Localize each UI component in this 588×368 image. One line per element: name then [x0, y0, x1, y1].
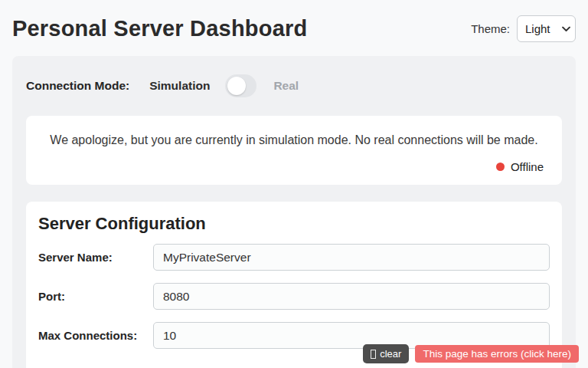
- simulation-notice-text: We apologize, but you are currently in s…: [44, 133, 544, 147]
- server-configuration-card: Server Configuration Server Name: Port: …: [26, 202, 562, 368]
- port-row: Port:: [38, 283, 550, 310]
- clear-icon: [371, 350, 376, 359]
- clear-button-label: clear: [380, 348, 401, 360]
- theme-select-wrap: Light: [517, 15, 576, 42]
- mode-simulation-label: Simulation: [149, 79, 210, 93]
- server-name-row: Server Name:: [38, 244, 550, 271]
- page-header: Personal Server Dashboard Theme: Light: [0, 0, 588, 56]
- page-title: Personal Server Dashboard: [12, 16, 307, 41]
- connection-mode-toggle[interactable]: [225, 74, 256, 97]
- debug-overlay: clear This page has errors (click here): [363, 344, 579, 363]
- offline-status-dot-icon: [496, 163, 505, 171]
- server-configuration-title: Server Configuration: [38, 214, 550, 234]
- theme-label: Theme:: [471, 22, 510, 35]
- connection-mode-row: Connection Mode: Simulation Real: [26, 74, 562, 97]
- port-label: Port:: [38, 290, 153, 303]
- server-name-label: Server Name:: [38, 251, 153, 264]
- toggle-knob: [227, 77, 246, 95]
- offline-status-text: Offline: [511, 160, 544, 173]
- theme-control: Theme: Light: [471, 15, 576, 42]
- clear-button[interactable]: clear: [363, 344, 409, 363]
- simulation-panel: Connection Mode: Simulation Real We apol…: [12, 56, 576, 368]
- status-row: Offline: [44, 160, 544, 173]
- connection-mode-label: Connection Mode:: [26, 79, 129, 93]
- max-connections-label: Max Connections:: [38, 329, 153, 342]
- simulation-notice-box: We apologize, but you are currently in s…: [26, 116, 562, 185]
- theme-select[interactable]: Light: [517, 15, 576, 42]
- mode-real-label: Real: [273, 79, 299, 93]
- server-name-input[interactable]: [153, 244, 550, 271]
- page-errors-badge[interactable]: This page has errors (click here): [415, 345, 579, 363]
- port-input[interactable]: [153, 283, 550, 310]
